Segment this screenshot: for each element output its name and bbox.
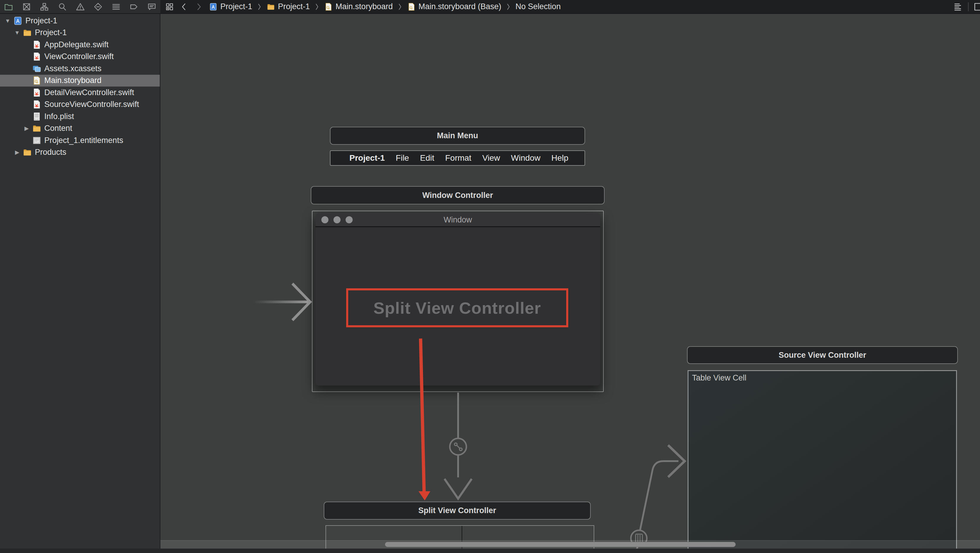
window-titlebar: Window bbox=[315, 213, 600, 227]
sidebar-item-project-1[interactable]: ▼Project-1 bbox=[0, 15, 160, 27]
traffic-lights bbox=[321, 213, 353, 226]
debug-navigator-icon[interactable] bbox=[111, 2, 121, 12]
menu-item-view[interactable]: View bbox=[482, 153, 500, 163]
sidebar-item-detailviewcontroller-swift[interactable]: DetailViewController.swift bbox=[0, 86, 160, 99]
file-name: Products bbox=[35, 148, 67, 157]
xcode-window: { "topbar": { "navigator_icons": [ {"nam… bbox=[0, 0, 980, 553]
symbol-navigator-icon[interactable] bbox=[39, 2, 49, 12]
plist-file-icon: PLIST bbox=[32, 112, 41, 121]
main-menu-scene-bar[interactable]: Main Menu bbox=[330, 127, 585, 145]
breadcrumb-separator-icon bbox=[504, 3, 512, 11]
menu-bar[interactable]: Project-1FileEditFormatViewWindowHelp bbox=[330, 150, 585, 166]
window-bottom-edge bbox=[0, 548, 980, 553]
menu-item-edit[interactable]: Edit bbox=[420, 153, 434, 163]
file-name: Assets.xcassets bbox=[44, 64, 102, 73]
project-file-icon bbox=[209, 2, 218, 11]
breadcrumb-item[interactable]: Project-1 bbox=[266, 2, 310, 11]
menu-item-help[interactable]: Help bbox=[551, 153, 569, 163]
file-name: Project-1 bbox=[35, 28, 67, 37]
inspector-toggle-icon[interactable] bbox=[974, 0, 980, 13]
sidebar-item-assets-xcassets[interactable]: Assets.xcassets bbox=[0, 63, 160, 75]
breadcrumb-label: Project-1 bbox=[278, 2, 310, 11]
breadcrumb-label: Main.storyboard bbox=[336, 2, 393, 11]
file-name: SourceViewController.swift bbox=[44, 100, 139, 109]
segue-link-icon bbox=[450, 438, 466, 455]
project-navigator-icon[interactable] bbox=[3, 2, 14, 12]
initial-scene-entry-arrow bbox=[253, 284, 310, 320]
toolbar-divider bbox=[968, 2, 969, 11]
breadcrumb-item[interactable]: Project-1 bbox=[209, 2, 252, 11]
sidebar-item-main-storyboard[interactable]: Main.storyboard bbox=[0, 75, 160, 87]
menu-item-format[interactable]: Format bbox=[445, 153, 471, 163]
close-window-icon bbox=[321, 216, 328, 223]
breadcrumb-item[interactable]: No Selection bbox=[515, 2, 561, 11]
breadcrumb-separator-icon bbox=[256, 3, 263, 11]
swift-file-icon bbox=[32, 40, 41, 49]
folder-file-icon bbox=[22, 147, 32, 157]
sidebar-item-info-plist[interactable]: PLISTInfo.plist bbox=[0, 110, 160, 123]
menu-item-project-1[interactable]: Project-1 bbox=[349, 153, 385, 163]
segue-window-to-splitview[interactable] bbox=[444, 393, 472, 499]
breadcrumb-label: Project-1 bbox=[220, 2, 252, 11]
breakpoint-navigator-icon[interactable] bbox=[129, 2, 139, 12]
disclosure-triangle-icon[interactable]: ▶ bbox=[12, 150, 22, 155]
menu-item-file[interactable]: File bbox=[396, 153, 409, 163]
swift-file-icon bbox=[32, 88, 41, 97]
file-name: DetailViewController.swift bbox=[44, 88, 134, 97]
project-file-icon bbox=[13, 16, 23, 26]
forward-button[interactable] bbox=[194, 2, 204, 11]
horizontal-scrollbar-thumb[interactable] bbox=[385, 542, 736, 547]
breadcrumb-item[interactable]: Main.storyboard (Base) bbox=[407, 2, 501, 11]
source-view-controller-scene-bar[interactable]: Source View Controller bbox=[687, 346, 958, 364]
minimize-window-icon bbox=[334, 216, 340, 223]
find-navigator-icon[interactable] bbox=[57, 2, 67, 12]
jump-bar-right bbox=[953, 0, 980, 13]
file-name: Project_1.entitlements bbox=[44, 136, 123, 145]
file-name: Info.plist bbox=[44, 112, 74, 121]
file-name: AppDelegate.swift bbox=[44, 40, 109, 49]
breadcrumb-separator-icon bbox=[313, 3, 321, 11]
navigator-icon-strip bbox=[0, 0, 161, 13]
sidebar-item-project-1-entitlements[interactable]: Project_1.entitlements bbox=[0, 134, 160, 147]
menu-item-window[interactable]: Window bbox=[511, 153, 541, 163]
sidebar-item-viewcontroller-swift[interactable]: ViewController.swift bbox=[0, 51, 160, 63]
source-view-content-box[interactable]: Table View Cell bbox=[687, 370, 957, 553]
source-control-navigator-icon[interactable] bbox=[22, 2, 32, 12]
test-navigator-icon[interactable] bbox=[93, 2, 103, 12]
breadcrumb-separator-icon bbox=[396, 3, 404, 11]
report-navigator-icon[interactable] bbox=[147, 2, 157, 12]
storyboard-file-icon bbox=[32, 76, 41, 85]
window-title: Window bbox=[315, 215, 600, 225]
jump-bar: Project-1Project-1Main.storyboardMain.st… bbox=[161, 0, 980, 13]
entitlements-file-icon bbox=[32, 135, 41, 145]
issue-navigator-icon[interactable] bbox=[75, 2, 85, 12]
split-view-controller-scene-title: Split View Controller bbox=[418, 506, 496, 515]
file-tree: ▼Project-1▼Project-1AppDelegate.swiftVie… bbox=[0, 15, 160, 158]
storyboard-file-icon bbox=[407, 2, 416, 11]
file-name: ViewController.swift bbox=[44, 52, 114, 61]
file-name: Content bbox=[44, 124, 72, 133]
editor-options-icon[interactable] bbox=[953, 2, 963, 12]
disclosure-triangle-icon[interactable]: ▼ bbox=[12, 30, 22, 35]
folder-file-icon bbox=[266, 2, 275, 11]
breadcrumb-item[interactable]: Main.storyboard bbox=[324, 2, 393, 11]
sidebar-item-appdelegate-swift[interactable]: AppDelegate.swift bbox=[0, 39, 160, 51]
main-menu-scene-title: Main Menu bbox=[437, 131, 478, 140]
sidebar-item-content[interactable]: ▶Content bbox=[0, 123, 160, 135]
split-view-controller-scene-bar[interactable]: Split View Controller bbox=[324, 502, 591, 520]
sidebar-item-products[interactable]: ▶Products bbox=[0, 147, 160, 159]
related-items-icon[interactable] bbox=[165, 2, 174, 11]
disclosure-triangle-icon[interactable]: ▼ bbox=[2, 18, 13, 24]
swift-file-icon bbox=[32, 100, 41, 109]
sidebar-item-project-1[interactable]: ▼Project-1 bbox=[0, 27, 160, 39]
sidebar-item-sourceviewcontroller-swift[interactable]: SourceViewController.swift bbox=[0, 99, 160, 111]
folder-file-icon bbox=[32, 123, 41, 133]
window-controller-scene-bar[interactable]: Window Controller bbox=[311, 186, 605, 204]
inspector-rect-icon bbox=[974, 2, 980, 12]
back-button[interactable] bbox=[179, 2, 189, 11]
horizontal-scrollbar-track[interactable] bbox=[161, 540, 980, 548]
split-view-placeholder-label: Split View Controller bbox=[373, 298, 541, 317]
segue-splitview-to-source[interactable] bbox=[631, 445, 685, 553]
disclosure-triangle-icon[interactable]: ▶ bbox=[21, 126, 32, 131]
file-name: Project-1 bbox=[25, 16, 57, 25]
